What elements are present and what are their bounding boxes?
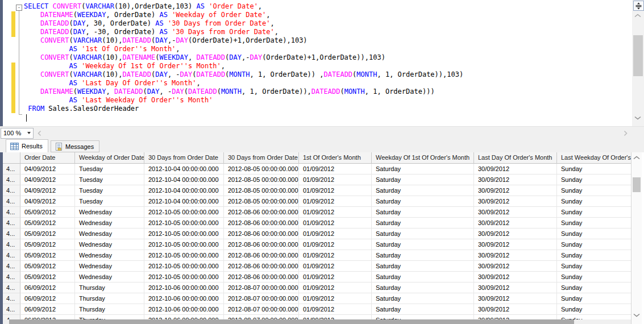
grid-cell[interactable]: 30/09/2012 bbox=[474, 261, 557, 272]
row-header-cell[interactable]: 4... bbox=[3, 229, 20, 239]
grid-cell[interactable]: 2012-08-06 00:00:00.000 bbox=[224, 218, 299, 229]
grid-cell[interactable]: 05/09/2012 bbox=[20, 261, 75, 272]
grid-cell[interactable]: 30/09/2012 bbox=[474, 175, 557, 185]
grid-cell[interactable]: Thursday bbox=[75, 283, 144, 293]
grid-cell[interactable]: 04/09/2012 bbox=[20, 185, 75, 196]
grid-cell[interactable]: 05/09/2012 bbox=[20, 229, 75, 239]
grid-cell[interactable]: Sunday bbox=[557, 196, 631, 207]
grid-cell[interactable]: 30/09/2012 bbox=[474, 207, 557, 218]
grid-cell[interactable]: Saturday bbox=[372, 261, 474, 272]
grid-cell[interactable]: 05/09/2012 bbox=[20, 250, 75, 261]
grid-cell[interactable]: 2012-10-04 00:00:00.000 bbox=[144, 185, 224, 196]
grid-cell[interactable]: 2012-10-04 00:00:00.000 bbox=[144, 175, 224, 185]
grid-cell[interactable]: Sunday bbox=[557, 185, 631, 196]
grid-cell[interactable]: Sunday bbox=[557, 293, 631, 304]
grid-cell[interactable]: 2012-08-05 00:00:00.000 bbox=[224, 164, 299, 175]
grid-cell[interactable]: 01/09/2012 bbox=[299, 229, 372, 239]
grid-cell[interactable]: 2012-10-05 00:00:00.000 bbox=[144, 229, 224, 239]
grid-cell[interactable]: 2012-10-04 00:00:00.000 bbox=[144, 196, 224, 207]
scroll-down-icon[interactable] bbox=[634, 115, 642, 121]
grid-cell[interactable]: 01/09/2012 bbox=[299, 272, 372, 283]
grid-cell[interactable]: 04/09/2012 bbox=[20, 196, 75, 207]
zoom-bar[interactable]: 100 % bbox=[0, 126, 644, 139]
scroll-right-icon[interactable] bbox=[623, 130, 628, 136]
grid-cell[interactable]: 2012-10-06 00:00:00.000 bbox=[144, 304, 224, 315]
grid-cell[interactable]: 2012-08-06 00:00:00.000 bbox=[224, 261, 299, 272]
column-header[interactable]: Weekday of Order Date bbox=[75, 152, 144, 164]
grid-cell[interactable]: 01/09/2012 bbox=[299, 218, 372, 229]
grid-cell[interactable]: Sunday bbox=[557, 207, 631, 218]
grid-cell[interactable]: Saturday bbox=[372, 185, 474, 196]
scroll-left-icon[interactable] bbox=[37, 130, 42, 136]
grid-cell[interactable]: 30/09/2012 bbox=[474, 229, 557, 239]
grid-cell[interactable]: 2012-08-07 00:00:00.000 bbox=[224, 304, 299, 315]
grid-cell[interactable]: 01/09/2012 bbox=[299, 304, 372, 315]
grid-cell[interactable]: 2012-08-05 00:00:00.000 bbox=[224, 175, 299, 185]
query-editor[interactable]: - SELECT CONVERT(VARCHAR(10),OrderDate,1… bbox=[3, 0, 632, 126]
grid-cell[interactable]: Wednesday bbox=[75, 239, 144, 250]
grid-cell[interactable]: 2012-08-06 00:00:00.000 bbox=[224, 207, 299, 218]
collapse-toggle[interactable]: - bbox=[16, 5, 22, 11]
grid-cell[interactable]: Sunday bbox=[557, 272, 631, 283]
grid-cell[interactable]: 30/09/2012 bbox=[474, 185, 557, 196]
grid-corner-cell[interactable] bbox=[3, 152, 20, 164]
grid-cell[interactable]: 01/09/2012 bbox=[299, 164, 372, 175]
grid-cell[interactable]: 30/09/2012 bbox=[474, 164, 557, 175]
scroll-thumb[interactable] bbox=[633, 177, 641, 192]
grid-cell[interactable]: 01/09/2012 bbox=[299, 175, 372, 185]
grid-cell[interactable]: 2012-08-06 00:00:00.000 bbox=[224, 239, 299, 250]
grid-cell[interactable]: 01/09/2012 bbox=[299, 239, 372, 250]
row-header-cell[interactable]: 4... bbox=[3, 239, 20, 250]
grid-cell[interactable]: Thursday bbox=[75, 304, 144, 315]
grid-cell[interactable]: 2012-08-06 00:00:00.000 bbox=[224, 250, 299, 261]
grid-cell[interactable]: Wednesday bbox=[75, 250, 144, 261]
tab-results[interactable]: Results bbox=[6, 139, 48, 152]
grid-cell[interactable]: Saturday bbox=[372, 175, 474, 185]
zoom-dropdown[interactable]: 100 % bbox=[1, 128, 34, 139]
grid-cell[interactable]: 05/09/2012 bbox=[20, 218, 75, 229]
grid-cell[interactable]: Wednesday bbox=[75, 261, 144, 272]
grid-cell[interactable]: 04/09/2012 bbox=[20, 175, 75, 185]
grid-cell[interactable]: 2012-10-05 00:00:00.000 bbox=[144, 272, 224, 283]
row-header-cell[interactable]: 4... bbox=[3, 250, 20, 261]
grid-cell[interactable]: 01/09/2012 bbox=[299, 196, 372, 207]
tab-messages[interactable]: Messages bbox=[51, 140, 99, 152]
editor-vertical-scrollbar[interactable] bbox=[632, 0, 644, 126]
column-header[interactable]: 1st Of Order's Month bbox=[299, 152, 372, 164]
grid-cell[interactable]: Tuesday bbox=[75, 196, 144, 207]
grid-cell[interactable]: 01/09/2012 bbox=[299, 283, 372, 293]
row-header-cell[interactable]: 4... bbox=[3, 283, 20, 293]
grid-horizontal-scrollbar[interactable] bbox=[3, 319, 631, 324]
grid-cell[interactable]: Saturday bbox=[372, 239, 474, 250]
grid-cell[interactable]: 2012-10-06 00:00:00.000 bbox=[144, 283, 224, 293]
grid-cell[interactable]: 05/09/2012 bbox=[20, 207, 75, 218]
grid-cell[interactable]: Sunday bbox=[557, 229, 631, 239]
row-header-cell[interactable]: 4... bbox=[3, 293, 20, 304]
row-header-cell[interactable]: 4... bbox=[3, 272, 20, 283]
column-header[interactable]: 30 Days from Order Date bbox=[144, 152, 224, 164]
grid-cell[interactable]: Sunday bbox=[557, 250, 631, 261]
grid-cell[interactable]: 06/09/2012 bbox=[20, 304, 75, 315]
grid-cell[interactable]: 2012-10-05 00:00:00.000 bbox=[144, 218, 224, 229]
grid-cell[interactable]: Sunday bbox=[557, 164, 631, 175]
grid-cell[interactable]: 01/09/2012 bbox=[299, 261, 372, 272]
grid-cell[interactable]: 2012-10-05 00:00:00.000 bbox=[144, 207, 224, 218]
grid-cell[interactable]: 30/09/2012 bbox=[474, 304, 557, 315]
row-header-cell[interactable]: 4... bbox=[3, 207, 20, 218]
grid-cell[interactable]: 2012-08-07 00:00:00.000 bbox=[224, 293, 299, 304]
grid-cell[interactable]: 2012-08-07 00:00:00.000 bbox=[224, 283, 299, 293]
row-header-cell[interactable]: 4... bbox=[3, 164, 20, 175]
grid-cell[interactable]: 2012-10-06 00:00:00.000 bbox=[144, 293, 224, 304]
grid-cell[interactable]: Saturday bbox=[372, 218, 474, 229]
grid-cell[interactable]: Wednesday bbox=[75, 207, 144, 218]
grid-cell[interactable]: 30/09/2012 bbox=[474, 196, 557, 207]
grid-cell[interactable]: 01/09/2012 bbox=[299, 250, 372, 261]
grid-cell[interactable]: Sunday bbox=[557, 239, 631, 250]
grid-cell[interactable]: Saturday bbox=[372, 293, 474, 304]
scroll-thumb[interactable] bbox=[9, 319, 574, 324]
grid-cell[interactable]: 06/09/2012 bbox=[20, 283, 75, 293]
row-header-cell[interactable]: 4... bbox=[3, 261, 20, 272]
grid-cell[interactable]: 01/09/2012 bbox=[299, 293, 372, 304]
splitter-button[interactable] bbox=[633, 1, 644, 11]
grid-cell[interactable]: Saturday bbox=[372, 272, 474, 283]
